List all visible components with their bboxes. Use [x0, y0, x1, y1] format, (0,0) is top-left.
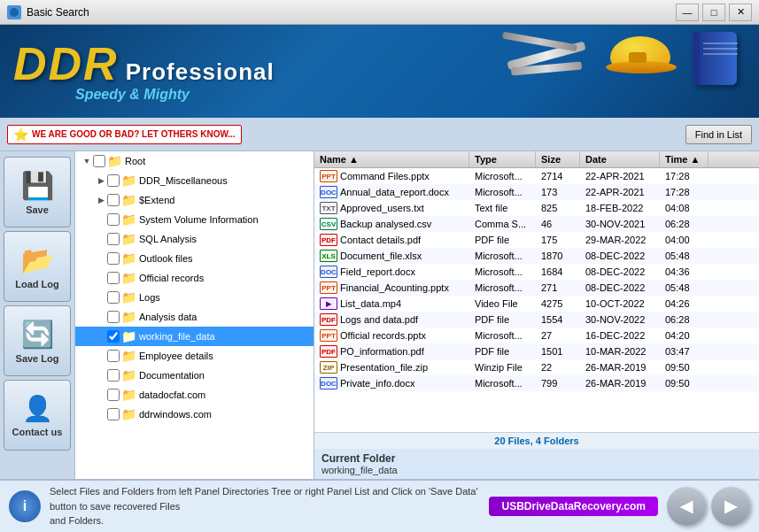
- expand-icon-documentation[interactable]: [95, 369, 107, 382]
- status-text: Select Files and Folders from left Panel…: [50, 484, 480, 528]
- checkbox-outlook-files[interactable]: [107, 252, 120, 265]
- expand-icon-logs[interactable]: [95, 291, 107, 304]
- col-header-name[interactable]: Name ▲: [314, 151, 469, 167]
- checkbox-logs[interactable]: [107, 291, 120, 304]
- tree-item-working-file-data[interactable]: 📁working_file_data: [75, 327, 314, 346]
- checkbox-system-volume[interactable]: [107, 213, 120, 226]
- tree-label-system-volume: System Volume Information: [139, 214, 259, 225]
- save-button[interactable]: 💾 Save: [4, 157, 71, 227]
- tree-item-system-volume[interactable]: 📁System Volume Information: [75, 210, 314, 229]
- tree-item-official-records[interactable]: 📁Official records: [75, 268, 314, 288]
- tree-item-logs[interactable]: 📁Logs: [75, 288, 314, 307]
- file-date-0: 22-APR-2021: [580, 170, 660, 182]
- col-header-time[interactable]: Time ▲: [660, 151, 709, 167]
- file-row-10[interactable]: PPTOfficial records.pptxMicrosoft...2716…: [314, 328, 759, 343]
- file-row-6[interactable]: DOCField_report.docxMicrosoft...168408-D…: [314, 264, 759, 280]
- file-row-7[interactable]: PPTFinancial_Acounting.pptxMicrosoft...2…: [314, 280, 759, 296]
- file-time-1: 17:28: [660, 186, 709, 198]
- contact-us-button[interactable]: 👤 Contact us: [4, 380, 71, 451]
- tree-item-ddrwindows[interactable]: 📁ddrwindows.com: [75, 405, 314, 424]
- close-button[interactable]: ✕: [729, 4, 752, 21]
- tree-panel[interactable]: ▼ 📁 Root ▶📁DDR_Miscellaneous▶📁$Extend📁Sy…: [75, 151, 314, 479]
- expand-icon-analysis-data[interactable]: [95, 311, 107, 323]
- load-log-icon: 📂: [21, 244, 54, 275]
- file-row-1[interactable]: DOCAnnual_data_report.docxMicrosoft...17…: [314, 184, 759, 200]
- expand-icon-outlook-files[interactable]: [95, 252, 107, 265]
- file-type-7: Microsoft...: [469, 281, 536, 294]
- tree-root[interactable]: ▼ 📁 Root: [75, 151, 314, 171]
- file-row-4[interactable]: PDFContact details.pdfPDF file17529-MAR-…: [314, 232, 759, 248]
- tree-item-analysis-data[interactable]: 📁Analysis data: [75, 307, 314, 327]
- find-in-list-button[interactable]: Find in List: [685, 125, 752, 144]
- file-name-6: DOCField_report.docx: [314, 265, 469, 279]
- checkbox-datadocfat[interactable]: [107, 389, 120, 401]
- maximize-button[interactable]: □: [702, 4, 725, 21]
- file-time-7: 05:48: [660, 281, 709, 294]
- file-type-10: Microsoft...: [469, 329, 536, 342]
- file-date-13: 26-MAR-2019: [580, 377, 660, 389]
- tree-item-documentation[interactable]: 📁Documentation: [75, 366, 314, 385]
- minimize-button[interactable]: —: [676, 4, 699, 21]
- file-size-8: 4275: [536, 297, 580, 310]
- tree-item-datadocfat[interactable]: 📁datadocfat.com: [75, 385, 314, 405]
- tree-item-ddr-misc[interactable]: ▶📁DDR_Miscellaneous: [75, 171, 314, 190]
- file-row-2[interactable]: TXTApproved_users.txtText file82518-FEB-…: [314, 200, 759, 216]
- expand-icon-working-file-data[interactable]: [95, 330, 107, 343]
- file-row-8[interactable]: ▶List_data.mp4Video File427510-OCT-20220…: [314, 296, 759, 312]
- checkbox-ddrwindows[interactable]: [107, 408, 120, 420]
- save-log-button[interactable]: 🔄 Save Log: [4, 305, 71, 376]
- expand-icon-employee-details[interactable]: [95, 350, 107, 362]
- checkbox-sql-analysis[interactable]: [107, 233, 120, 245]
- root-expand-icon[interactable]: ▼: [81, 155, 93, 167]
- file-icon-11: PDF: [320, 345, 337, 358]
- load-log-button[interactable]: 📂 Load Log: [4, 231, 71, 302]
- checkbox-official-records[interactable]: [107, 272, 120, 284]
- toolbar: ⭐ WE ARE GOOD OR BAD? LET OTHERS KNOW...…: [0, 118, 759, 151]
- nav-back-button[interactable]: ◀: [667, 487, 706, 526]
- checkbox-working-file-data[interactable]: [107, 330, 120, 343]
- file-row-11[interactable]: PDFPO_information.pdfPDF file150110-MAR-…: [314, 343, 759, 359]
- expand-icon-extend[interactable]: ▶: [95, 194, 107, 206]
- root-checkbox[interactable]: [93, 155, 105, 167]
- col-header-size[interactable]: Size: [536, 151, 580, 167]
- nav-forward-button[interactable]: ▶: [711, 487, 750, 526]
- expand-icon-ddrwindows[interactable]: [95, 408, 107, 420]
- checkbox-extend[interactable]: [107, 194, 120, 206]
- file-type-2: Text file: [469, 202, 536, 214]
- tree-item-sql-analysis[interactable]: 📁SQL Analysis: [75, 229, 314, 249]
- checkbox-analysis-data[interactable]: [107, 311, 120, 323]
- col-header-type[interactable]: Type: [469, 151, 536, 167]
- file-icon-8: ▶: [320, 297, 337, 310]
- checkbox-documentation[interactable]: [107, 369, 120, 382]
- file-date-2: 18-FEB-2022: [580, 202, 660, 214]
- file-time-3: 06:28: [660, 218, 709, 230]
- file-date-12: 26-MAR-2019: [580, 361, 660, 374]
- file-icon-7: PPT: [320, 281, 337, 294]
- file-type-9: PDF file: [469, 313, 536, 326]
- file-row-13[interactable]: DOCPrivate_info.docxMicrosoft...79926-MA…: [314, 375, 759, 391]
- tree-item-extend[interactable]: ▶📁$Extend: [75, 190, 314, 210]
- file-row-5[interactable]: XLSDocument_file.xlsxMicrosoft...187008-…: [314, 248, 759, 264]
- checkbox-employee-details[interactable]: [107, 350, 120, 362]
- file-type-8: Video File: [469, 297, 536, 310]
- tree-item-employee-details[interactable]: 📁Employee details: [75, 346, 314, 366]
- save-label: Save: [26, 204, 49, 215]
- file-row-12[interactable]: ZIPPresentation_file.zipWinzip File2226-…: [314, 359, 759, 375]
- expand-icon-datadocfat[interactable]: [95, 389, 107, 401]
- tree-item-outlook-files[interactable]: 📁Outlook files: [75, 249, 314, 268]
- col-header-date[interactable]: Date: [580, 151, 660, 167]
- file-name-10: PPTOfficial records.pptx: [314, 328, 469, 343]
- expand-icon-system-volume[interactable]: [95, 213, 107, 226]
- expand-icon-ddr-misc[interactable]: ▶: [95, 174, 107, 187]
- logo-professional: Professional: [126, 58, 275, 86]
- we-are-good-banner[interactable]: ⭐ WE ARE GOOD OR BAD? LET OTHERS KNOW...: [7, 125, 242, 144]
- file-list-body[interactable]: PPTCommand Files.pptxMicrosoft...271422-…: [314, 168, 759, 432]
- checkbox-ddr-misc[interactable]: [107, 174, 120, 187]
- expand-icon-sql-analysis[interactable]: [95, 233, 107, 245]
- file-row-9[interactable]: PDFLogs and data.pdfPDF file155430-NOV-2…: [314, 312, 759, 328]
- file-row-3[interactable]: CSVBackup analysed.csvComma S...4630-NOV…: [314, 216, 759, 232]
- expand-icon-official-records[interactable]: [95, 272, 107, 284]
- file-date-4: 29-MAR-2022: [580, 234, 660, 246]
- folder-icon-system-volume: 📁: [121, 212, 136, 227]
- file-row-0[interactable]: PPTCommand Files.pptxMicrosoft...271422-…: [314, 168, 759, 184]
